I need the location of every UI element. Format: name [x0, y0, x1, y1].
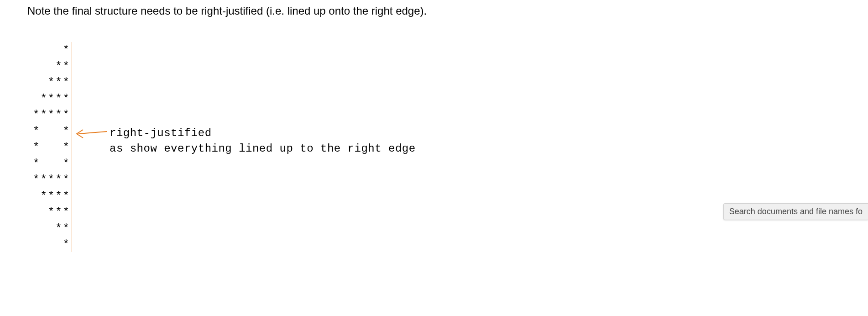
pattern-row: * — [32, 237, 70, 253]
search-tooltip: Search documents and file names fo — [723, 203, 868, 220]
right-edge-guide-line — [72, 42, 72, 252]
pattern-row: ** — [32, 58, 70, 75]
pattern-row: * * — [32, 123, 70, 140]
annotation-line-2: as show everything lined up to the right… — [110, 141, 416, 157]
star-pattern: * ** *** **** ***** * * * * * * ***** **… — [32, 42, 70, 253]
pattern-row: * * — [32, 139, 70, 156]
pattern-row: ***** — [32, 107, 70, 123]
pattern-row: *** — [32, 74, 70, 91]
svg-line-0 — [78, 132, 107, 134]
pattern-row: ** — [32, 221, 70, 237]
instruction-text: Note the final structure needs to be rig… — [27, 5, 427, 17]
pattern-row: **** — [32, 91, 70, 107]
pattern-row: **** — [32, 188, 70, 205]
annotation: right-justified as show everything lined… — [110, 126, 416, 157]
pattern-row: *** — [32, 204, 70, 221]
arrow-left-icon — [74, 127, 109, 141]
pattern-row: ***** — [32, 172, 70, 188]
annotation-line-1: right-justified — [110, 126, 416, 141]
pattern-row: * — [32, 42, 70, 58]
pattern-row: * * — [32, 156, 70, 172]
